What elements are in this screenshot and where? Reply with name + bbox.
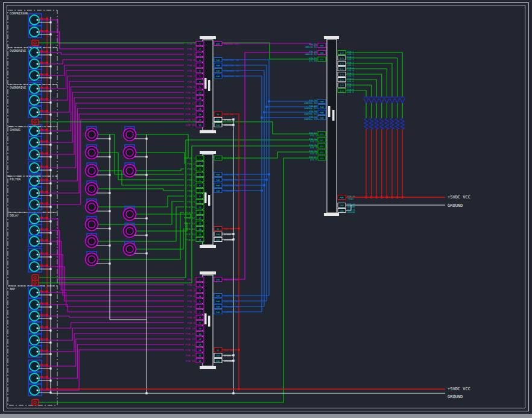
pin-box-code: 15	[198, 233, 201, 236]
junction	[46, 30, 48, 32]
jack-tip	[36, 180, 38, 182]
pin-box-code: 11	[198, 212, 201, 214]
potentiometer[interactable]	[86, 217, 98, 231]
junction	[232, 118, 234, 120]
strip-body	[203, 275, 213, 366]
potentiometer[interactable]	[86, 233, 98, 248]
pin-label: PIN 9	[187, 321, 195, 325]
junction	[40, 364, 42, 366]
pin-box-code: DIG	[216, 157, 220, 160]
pin-box-code: ANA	[320, 52, 324, 54]
junction	[40, 252, 42, 254]
pin-box-code: 1	[199, 279, 200, 281]
pin-label: PIN 3	[187, 168, 195, 171]
strip-key-bar	[208, 80, 211, 91]
pin-label: PIN 1	[187, 278, 195, 281]
potentiometer[interactable]	[124, 206, 136, 221]
junction	[49, 169, 51, 171]
pot-body	[124, 243, 136, 256]
jack-tip	[36, 377, 38, 379]
pin-label: PIN 13	[186, 107, 195, 110]
pin-label: PIN 11	[186, 332, 195, 335]
junction	[49, 379, 51, 381]
junction	[391, 196, 393, 198]
junction	[109, 244, 110, 246]
pin-label: PIN 12	[186, 217, 195, 220]
pin-box-code: 4	[199, 174, 200, 176]
potentiometer[interactable]	[124, 163, 136, 177]
jack-tip	[36, 291, 38, 293]
junction	[232, 233, 234, 235]
pin-box-code: PWM	[216, 300, 220, 303]
pin-box-code: GND	[216, 233, 220, 236]
pin-box-code: I/O	[340, 74, 344, 76]
pin-box-code: I/O	[340, 63, 344, 65]
junction	[46, 264, 48, 267]
mcu-pin-label: ANALOG S2	[305, 46, 317, 48]
pin-box-code: PWM	[216, 75, 220, 78]
junction	[49, 268, 51, 270]
pin-label: PIN 12	[186, 102, 195, 105]
pin-box-code: ANA	[216, 43, 220, 45]
group-label: FILTER	[10, 177, 21, 181]
junction	[381, 196, 383, 198]
background	[0, 0, 532, 418]
pin-box-code: PWM	[216, 59, 220, 62]
pin-box-code: 3	[199, 54, 200, 56]
pin-label: PIN 13	[186, 343, 195, 346]
potentiometer[interactable]	[86, 127, 98, 141]
junction	[49, 156, 51, 157]
potentiometer[interactable]	[124, 223, 136, 238]
junction	[263, 184, 265, 186]
strip-key-bar	[208, 195, 211, 206]
potentiometer[interactable]	[124, 241, 136, 256]
junction	[263, 111, 265, 113]
junction	[46, 376, 48, 378]
schematic-canvas[interactable]: COMPRESSOROVERDRIVE 1OVERDRIVE 2CHORUSFI…	[0, 0, 532, 418]
junction	[40, 239, 42, 241]
pin-box-code: 1	[199, 157, 200, 160]
pin-box-code: 14	[198, 228, 201, 230]
pin-box-code: PWM	[216, 190, 220, 192]
jack-tip	[36, 265, 38, 267]
potentiometer[interactable]	[124, 127, 136, 141]
mcu-pin-label: DIG IN	[309, 60, 317, 62]
pin-function-label: CONTROL S1	[224, 300, 239, 303]
pin-label: PIN 10	[186, 327, 195, 330]
pot-body	[86, 201, 98, 214]
junction	[40, 217, 42, 218]
pin-box-code: 13	[198, 223, 201, 225]
pin-function-label: VCC IN	[224, 349, 233, 352]
potentiometer[interactable]	[86, 181, 98, 195]
pot-body	[86, 147, 98, 159]
jack-tip	[36, 339, 38, 341]
pin-box-code: I/O	[340, 84, 344, 87]
potentiometer[interactable]	[86, 145, 98, 159]
strip-top-key	[200, 271, 216, 274]
pin-function-label: CONTROL S1	[224, 64, 239, 67]
junction	[109, 138, 110, 139]
pin-function-label: DIGITAL OUT	[224, 157, 241, 160]
pin-box-code: 5	[199, 179, 200, 182]
pin-box-code: GND	[340, 210, 344, 212]
pot-body	[124, 225, 136, 238]
pin-label: PIN 14	[186, 113, 195, 116]
pin-box-code: ANA	[216, 279, 220, 281]
junction	[46, 239, 48, 241]
potentiometer[interactable]	[86, 252, 98, 266]
junction	[40, 30, 42, 31]
bottom-gnd-label: GROUND	[448, 394, 463, 399]
potentiometer[interactable]	[86, 199, 98, 214]
pin-box-code: PWM	[216, 185, 220, 187]
junction	[49, 206, 51, 207]
pin-function-label: CONTROL S2	[224, 305, 239, 308]
strip-key-bar	[204, 78, 207, 89]
junction	[49, 21, 51, 23]
junction	[375, 196, 378, 198]
junction	[385, 196, 388, 198]
pin-function-label: CONTROL S1	[224, 179, 239, 182]
pin-box-code: 13	[198, 108, 201, 110]
potentiometer[interactable]	[86, 163, 98, 177]
potentiometer[interactable]	[124, 145, 136, 159]
pin-box-code: GND	[340, 204, 344, 207]
